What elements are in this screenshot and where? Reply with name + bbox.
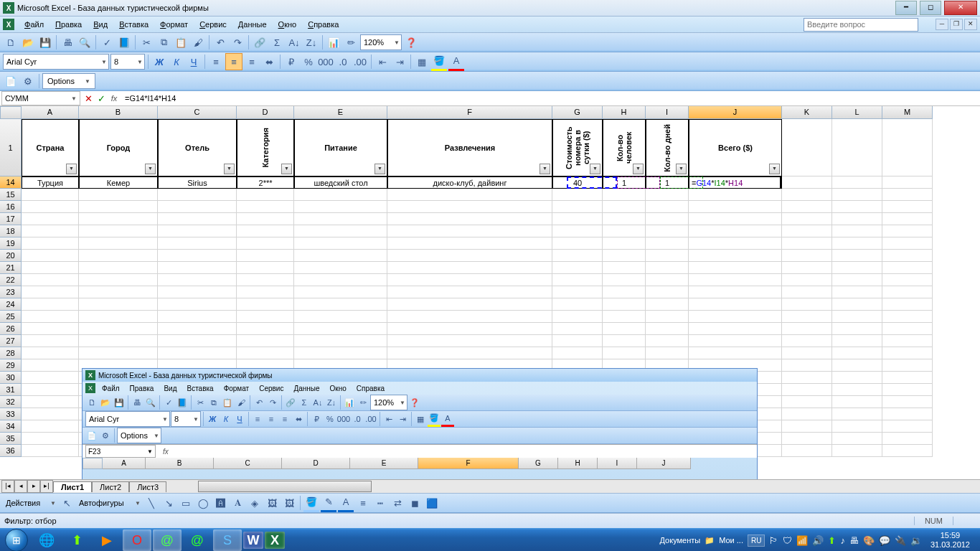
cancel-formula-icon[interactable]: ✕ bbox=[82, 90, 95, 106]
tray-printer-icon[interactable]: 🖶 bbox=[849, 535, 859, 546]
decrease-indent-icon[interactable]: ⇤ bbox=[374, 54, 390, 70]
drawing-icon[interactable]: ✏ bbox=[343, 34, 359, 50]
tray-media-icon[interactable]: ♪ bbox=[840, 535, 845, 546]
picture-icon[interactable]: 🖼 bbox=[281, 495, 297, 511]
row-header-34[interactable]: 34 bbox=[0, 420, 22, 433]
header-cell[interactable]: Питание▼ bbox=[294, 119, 387, 176]
taskbar-documents[interactable]: Документы bbox=[660, 536, 701, 545]
row-header-17[interactable]: 17 bbox=[0, 213, 22, 225]
clipart-icon[interactable]: 🖼 bbox=[264, 495, 280, 511]
fill-color-icon[interactable]: 🪣 bbox=[431, 53, 447, 71]
autofilter-button[interactable]: ▼ bbox=[145, 164, 156, 174]
menu-help[interactable]: Справка bbox=[302, 19, 344, 30]
header-cell[interactable]: Категория▼ bbox=[237, 119, 294, 176]
row-header-1[interactable]: 1 bbox=[0, 119, 22, 176]
autofilter-button[interactable]: ▼ bbox=[224, 164, 235, 174]
tray-volume-icon[interactable]: 🔊 bbox=[812, 535, 824, 546]
tray-usb-icon[interactable]: 🔌 bbox=[895, 535, 906, 546]
close-button[interactable]: ✕ bbox=[944, 1, 977, 15]
tray-network-icon[interactable]: 📶 bbox=[796, 535, 808, 546]
autofilter-button[interactable]: ▼ bbox=[66, 164, 77, 174]
format-painter-icon[interactable]: 🖌 bbox=[190, 34, 206, 50]
redo-icon[interactable]: ↷ bbox=[230, 34, 245, 50]
arrow-icon[interactable]: ↘ bbox=[161, 495, 176, 511]
row-header-18[interactable]: 18 bbox=[0, 225, 22, 237]
autofilter-button[interactable]: ▼ bbox=[590, 164, 600, 174]
select-all-corner[interactable] bbox=[0, 106, 22, 119]
spelling-icon[interactable]: ✓ bbox=[99, 34, 115, 50]
col-header-D[interactable]: D bbox=[237, 106, 294, 119]
row-header-27[interactable]: 27 bbox=[0, 335, 22, 347]
menu-insert[interactable]: Вставка bbox=[113, 19, 154, 30]
col-header-A[interactable]: A bbox=[22, 106, 79, 119]
print-preview-icon[interactable]: 🔍 bbox=[77, 34, 93, 50]
start-button[interactable]: ⊞ bbox=[1, 528, 32, 551]
increase-decimal-icon[interactable]: .0 bbox=[335, 54, 351, 70]
tab-next-button[interactable]: ▸ bbox=[27, 480, 40, 493]
zoom-combo[interactable]: 120%▼ bbox=[360, 34, 402, 50]
col-header-M[interactable]: M bbox=[882, 106, 933, 119]
oval-icon[interactable]: ◯ bbox=[195, 495, 211, 511]
3d-icon[interactable]: 🟦 bbox=[424, 495, 440, 511]
arrow-style-icon[interactable]: ⇄ bbox=[390, 495, 405, 511]
row-header-31[interactable]: 31 bbox=[0, 384, 22, 396]
comma-icon[interactable]: 000 bbox=[318, 54, 334, 70]
col-header-J[interactable]: J bbox=[689, 106, 782, 119]
col-header-C[interactable]: C bbox=[158, 106, 237, 119]
data-cell[interactable]: Sirius bbox=[158, 176, 237, 189]
italic-icon[interactable]: К bbox=[169, 54, 184, 70]
system-clock[interactable]: 15:5931.03.2012 bbox=[926, 531, 974, 550]
line-style-icon[interactable]: ≡ bbox=[355, 495, 371, 511]
hyperlink-icon[interactable]: 🔗 bbox=[252, 34, 268, 50]
row-header-26[interactable]: 26 bbox=[0, 323, 22, 335]
mdi-close-button[interactable]: ✕ bbox=[964, 19, 977, 30]
row-header-21[interactable]: 21 bbox=[0, 262, 22, 274]
ask-question-input[interactable] bbox=[804, 18, 918, 32]
row-header-16[interactable]: 16 bbox=[0, 201, 22, 213]
sort-desc-icon[interactable]: Z↓ bbox=[303, 34, 319, 50]
chart-icon[interactable]: 📊 bbox=[326, 34, 341, 50]
tray-flag-icon[interactable]: 🏳 bbox=[769, 535, 778, 546]
underline-icon[interactable]: Ч bbox=[186, 54, 202, 70]
row-header-30[interactable]: 30 bbox=[0, 372, 22, 384]
data-cell[interactable]: 1 bbox=[603, 176, 646, 189]
currency-icon[interactable]: ₽ bbox=[283, 54, 299, 70]
header-cell[interactable]: Страна▼ bbox=[22, 119, 79, 176]
autofilter-button[interactable]: ▼ bbox=[374, 164, 385, 174]
borders-icon[interactable]: ▦ bbox=[414, 54, 430, 70]
autofilter-button[interactable]: ▼ bbox=[633, 164, 644, 174]
autosum-icon[interactable]: Σ bbox=[269, 34, 285, 50]
font-combo[interactable]: Arial Cyr▼ bbox=[3, 54, 109, 70]
col-header-E[interactable]: E bbox=[294, 106, 387, 119]
mdi-restore-button[interactable]: ❐ bbox=[950, 19, 963, 30]
row-header-28[interactable]: 28 bbox=[0, 347, 22, 359]
undo-icon[interactable]: ↶ bbox=[212, 34, 228, 50]
taskbar-word-icon[interactable]: W bbox=[243, 532, 263, 549]
print-icon[interactable]: 🖶 bbox=[60, 34, 75, 50]
dash-style-icon[interactable]: ┅ bbox=[372, 495, 388, 511]
autofilter-button[interactable]: ▼ bbox=[676, 164, 687, 174]
maximize-button[interactable]: ◻ bbox=[920, 1, 941, 15]
taskbar-excel-icon[interactable]: X bbox=[265, 532, 285, 549]
minimize-button[interactable]: ━ bbox=[895, 1, 917, 15]
row-header-20[interactable]: 20 bbox=[0, 250, 22, 262]
font-size-combo[interactable]: 8▼ bbox=[110, 54, 145, 70]
save-icon[interactable]: 💾 bbox=[37, 34, 53, 50]
fill-color-draw-icon[interactable]: 🪣 bbox=[303, 494, 319, 512]
taskbar-media-icon[interactable]: ▶ bbox=[93, 529, 121, 551]
pdf-settings-icon[interactable]: ⚙ bbox=[20, 73, 36, 89]
header-cell[interactable]: Развлечения▼ bbox=[387, 119, 552, 176]
row-header-36[interactable]: 36 bbox=[0, 445, 22, 457]
tab-sheet2[interactable]: Лист2 bbox=[92, 481, 129, 492]
tab-prev-button[interactable]: ◂ bbox=[14, 480, 27, 493]
col-header-F[interactable]: F bbox=[387, 106, 552, 119]
menu-format[interactable]: Формат bbox=[154, 19, 194, 30]
header-cell[interactable]: Город▼ bbox=[79, 119, 158, 176]
help-icon[interactable]: ❓ bbox=[403, 34, 419, 50]
language-indicator[interactable]: RU bbox=[748, 534, 765, 547]
col-header-I[interactable]: I bbox=[646, 106, 689, 119]
pdf-icon[interactable]: 📄 bbox=[3, 73, 19, 89]
select-objects-icon[interactable]: ↖ bbox=[59, 495, 75, 511]
col-header-B[interactable]: B bbox=[79, 106, 158, 119]
data-cell[interactable]: шведский стол bbox=[294, 176, 387, 189]
